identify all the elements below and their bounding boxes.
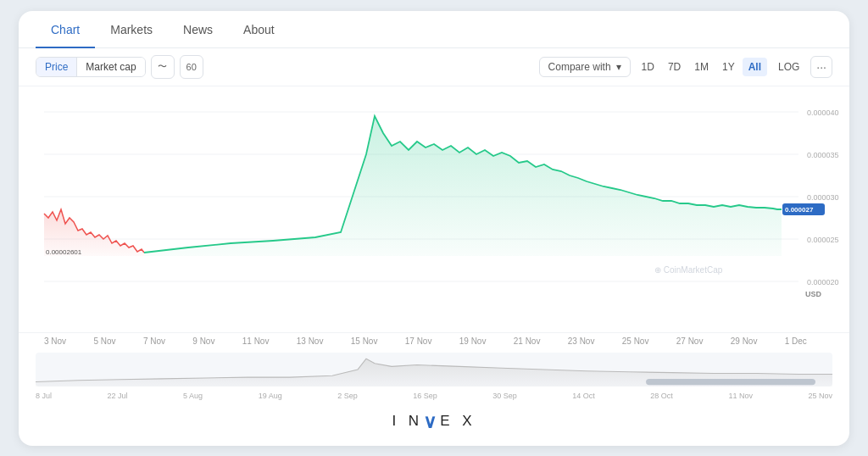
line-chart-icon[interactable]: 〜 <box>151 55 175 79</box>
mini-x-label: 5 Aug <box>183 392 203 400</box>
compare-dropdown[interactable]: Compare with ▾ <box>539 57 631 77</box>
x-label: 3 Nov <box>44 336 66 346</box>
svg-text:0.000040: 0.000040 <box>807 108 839 117</box>
svg-text:0.000030: 0.000030 <box>807 193 839 202</box>
x-label: 7 Nov <box>143 336 165 346</box>
mini-x-label: 30 Sep <box>492 392 517 400</box>
mini-x-label: 8 Jul <box>36 392 52 400</box>
tf-1y[interactable]: 1Y <box>716 58 741 76</box>
main-chart-container: 0.000040 0.000035 0.000030 0.000025 0.00… <box>19 86 849 332</box>
invex-logo: I N ∨ E X <box>392 410 476 432</box>
mini-x-label: 25 Nov <box>808 392 832 400</box>
chart-toolbar: Price Market cap 〜 60 Compare with ▾ 1D … <box>19 48 849 86</box>
x-label: 5 Nov <box>93 336 115 346</box>
mini-x-label: 19 Aug <box>259 392 282 400</box>
svg-text:0.00002601: 0.00002601 <box>46 248 82 256</box>
more-options-button[interactable]: ··· <box>810 56 832 78</box>
mini-x-label: 14 Oct <box>572 392 595 400</box>
logo-v-icon: ∨ <box>423 411 440 433</box>
marketcap-button[interactable]: Market cap <box>77 58 144 76</box>
tab-chart[interactable]: Chart <box>36 11 95 48</box>
x-label: 17 Nov <box>405 336 432 346</box>
x-label: 21 Nov <box>514 336 541 346</box>
interval-input[interactable]: 60 <box>180 55 203 79</box>
x-label: 27 Nov <box>676 336 704 346</box>
toolbar-left: Price Market cap 〜 60 <box>36 55 203 79</box>
svg-text:0.000020: 0.000020 <box>807 278 839 286</box>
compare-label: Compare with <box>548 61 611 73</box>
main-chart-svg: 0.000040 0.000035 0.000030 0.000025 0.00… <box>19 86 849 332</box>
mini-x-label: 22 Jul <box>108 392 128 400</box>
mini-x-axis-labels: 8 Jul 22 Jul 5 Aug 19 Aug 2 Sep 16 Sep 3… <box>19 390 849 402</box>
svg-text:⊕ CoinMarketCap: ⊕ CoinMarketCap <box>654 265 723 275</box>
log-button[interactable]: LOG <box>772 58 805 76</box>
svg-text:USD: USD <box>805 290 822 298</box>
timeframe-group: 1D 7D 1M 1Y All <box>636 58 767 76</box>
x-label: 11 Nov <box>242 336 270 346</box>
logo-i: I N <box>392 413 423 430</box>
chevron-down-icon: ▾ <box>616 61 621 73</box>
tab-markets[interactable]: Markets <box>95 11 168 48</box>
svg-rect-16 <box>646 378 815 384</box>
logo-ex: E X <box>440 413 476 430</box>
mini-x-label: 11 Nov <box>728 392 753 400</box>
mini-chart-container <box>19 349 849 390</box>
price-button[interactable]: Price <box>36 58 77 76</box>
tab-about[interactable]: About <box>228 11 290 48</box>
x-label: 25 Nov <box>622 336 649 346</box>
x-label: 13 Nov <box>297 336 324 346</box>
x-label: 19 Nov <box>459 336 487 346</box>
tf-all[interactable]: All <box>743 58 767 76</box>
footer: I N ∨ E X <box>19 402 849 436</box>
mini-x-label: 2 Sep <box>337 392 358 400</box>
svg-text:0.000027: 0.000027 <box>785 206 814 214</box>
mini-x-label: 28 Oct <box>650 392 673 400</box>
x-label: 23 Nov <box>568 336 595 346</box>
x-label: 29 Nov <box>731 336 758 346</box>
main-card: Chart Markets News About Price Market ca… <box>19 11 849 446</box>
tab-bar: Chart Markets News About <box>19 11 849 48</box>
tf-1m[interactable]: 1M <box>688 58 715 76</box>
toolbar-right: Compare with ▾ 1D 7D 1M 1Y All LOG ··· <box>539 56 832 78</box>
x-label: 9 Nov <box>192 336 214 346</box>
tab-news[interactable]: News <box>168 11 228 48</box>
mini-x-label: 16 Sep <box>413 392 437 400</box>
svg-text:0.000025: 0.000025 <box>807 236 839 244</box>
x-axis-labels: 3 Nov 5 Nov 7 Nov 9 Nov 11 Nov 13 Nov 15… <box>19 332 849 349</box>
tf-7d[interactable]: 7D <box>662 58 687 76</box>
x-label: 15 Nov <box>351 336 378 346</box>
svg-text:0.000035: 0.000035 <box>807 151 839 159</box>
x-label: 1 Dec <box>785 336 807 346</box>
mini-chart-svg <box>36 353 832 386</box>
price-marketcap-toggle: Price Market cap <box>36 57 146 77</box>
tf-1d[interactable]: 1D <box>636 58 660 76</box>
